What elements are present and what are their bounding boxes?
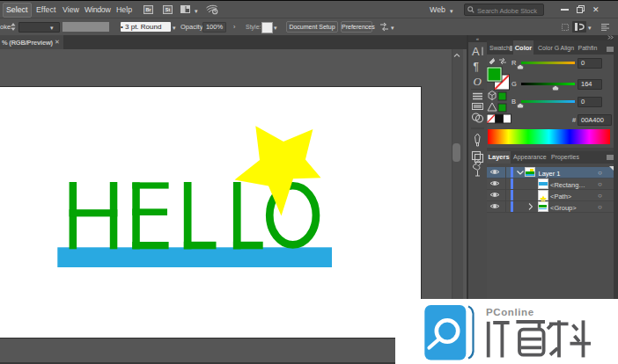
svg-text:O: O: [474, 75, 482, 88]
svg-text:A: A: [472, 45, 480, 58]
svg-text:PConline: PConline: [486, 307, 534, 317]
svg-text:¶: ¶: [474, 61, 479, 73]
